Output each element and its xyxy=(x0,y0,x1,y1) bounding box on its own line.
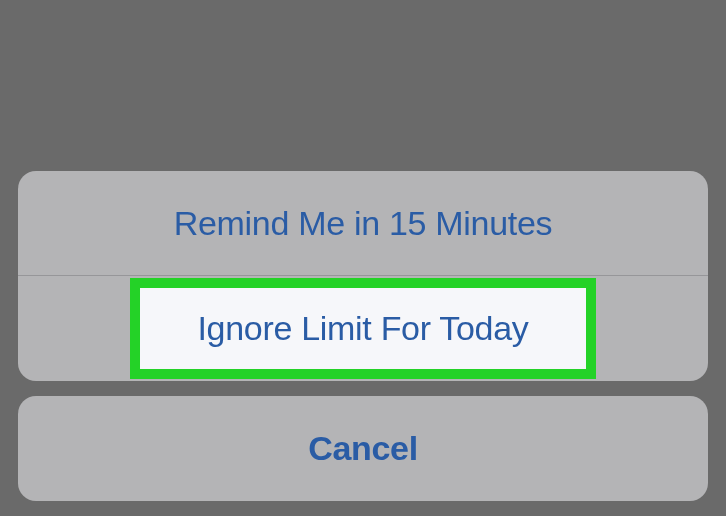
ignore-limit-option[interactable]: Ignore Limit For Today xyxy=(18,276,708,381)
cancel-button[interactable]: Cancel xyxy=(18,396,708,501)
action-sheet-cancel-group: Cancel xyxy=(18,396,708,501)
action-sheet: Remind Me in 15 Minutes Ignore Limit For… xyxy=(18,171,708,501)
remind-me-option[interactable]: Remind Me in 15 Minutes xyxy=(18,171,708,276)
cancel-label: Cancel xyxy=(308,429,418,468)
remind-me-label: Remind Me in 15 Minutes xyxy=(174,204,553,243)
highlight-annotation: Ignore Limit For Today xyxy=(130,278,596,379)
ignore-limit-label: Ignore Limit For Today xyxy=(197,309,528,348)
action-sheet-options: Remind Me in 15 Minutes Ignore Limit For… xyxy=(18,171,708,381)
